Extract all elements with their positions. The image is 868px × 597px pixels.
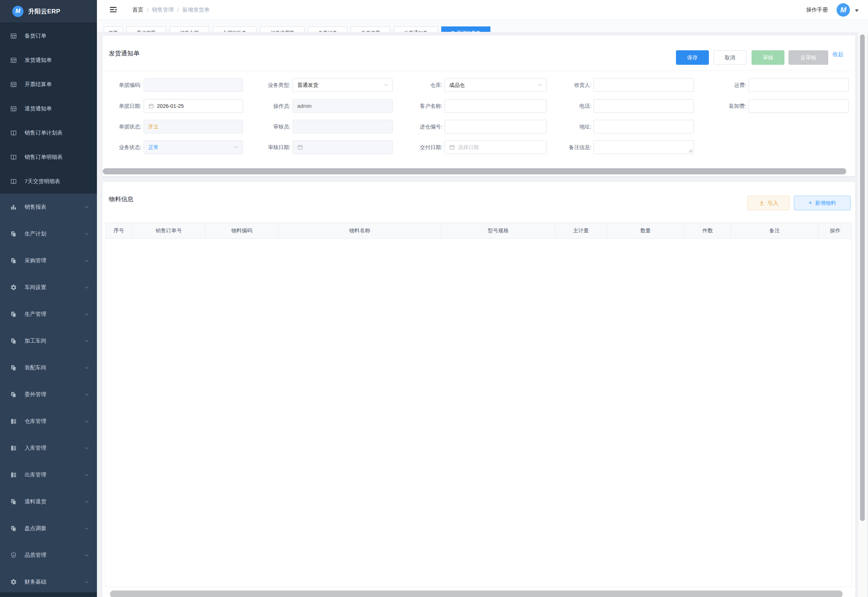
- business-status-select[interactable]: 正常: [144, 140, 243, 154]
- sidebar-item-xiaoshou-baobiao[interactable]: 销售报表: [0, 193, 97, 220]
- field-phone: 电话:: [556, 99, 694, 113]
- sidebar-item-chejian-shezhi[interactable]: 车间设置: [0, 274, 97, 301]
- chevron-down-icon: [84, 446, 89, 450]
- caret-down-icon[interactable]: [855, 9, 859, 14]
- warehouse-label: 仓库:: [406, 82, 442, 89]
- business-type-select[interactable]: 普通发货: [293, 78, 393, 92]
- operator-input[interactable]: admin: [293, 99, 393, 113]
- tab-customer-file[interactable]: 客户档案: [127, 27, 166, 32]
- field-customer-name: 客户名称:: [406, 99, 547, 113]
- sidebar-item-tuihuo-tongzhidan[interactable]: 退货通知单: [0, 97, 97, 121]
- chevron-down-icon: [84, 258, 89, 263]
- form-horizontal-scrollbar[interactable]: [103, 168, 846, 174]
- copy-doc-icon: [10, 230, 17, 238]
- table-horizontal-scrollbar[interactable]: [110, 591, 843, 597]
- import-button[interactable]: 引入: [748, 196, 789, 210]
- sidebar-submenu-group: 销售报表 生产计划 采购管理 车间设置 生产管理: [0, 193, 97, 595]
- breadcrumb: 首页 / 销售管理 / 新增发货单: [132, 6, 209, 13]
- tab-contract-approval[interactable]: 合同审批单: [213, 27, 256, 32]
- sidebar-item-pandian-diaobo[interactable]: 盘点调拨: [0, 515, 97, 542]
- consignee-input[interactable]: [594, 78, 694, 92]
- doc-status-input[interactable]: 开立: [144, 120, 243, 134]
- manual-link[interactable]: 操作手册: [806, 6, 828, 13]
- address-input[interactable]: [594, 120, 694, 134]
- handling-fee-input[interactable]: [748, 99, 849, 113]
- header-right: 操作手册 M: [806, 3, 859, 16]
- add-material-button[interactable]: + 新增物料: [794, 196, 851, 210]
- warehouse-select[interactable]: 成品仓: [444, 78, 547, 92]
- tab-delivery-notice[interactable]: 发货通知单: [394, 27, 438, 32]
- sidebar-item-fahuo-tongzhidan[interactable]: 发货通知单: [0, 48, 97, 72]
- auditor-input[interactable]: [293, 120, 393, 134]
- sidebar-item-beihuo-dingdan[interactable]: 备货订单: [0, 24, 97, 48]
- sidebar-item-shengchan-guanli[interactable]: 生产管理: [0, 301, 97, 327]
- calendar-icon: [449, 144, 455, 150]
- breadcrumb-home[interactable]: 首页: [132, 6, 143, 13]
- sidebar-item-shengchan-jihua[interactable]: 生产计划: [0, 220, 97, 247]
- sidebar-item-caigou-guanli[interactable]: 采购管理: [0, 247, 97, 274]
- menu-fold-icon[interactable]: [109, 6, 117, 13]
- sidebar-item-kaipiao-jiesuandan[interactable]: 开票结算单: [0, 72, 97, 97]
- collapse-link[interactable]: 收起: [832, 51, 843, 58]
- sidebar-item-xiaoshou-dingdan-mingxibiao[interactable]: 销售订单明细表: [0, 145, 97, 169]
- tab-sales-contract[interactable]: 销售合同: [170, 27, 209, 32]
- phone-input[interactable]: [594, 99, 694, 113]
- bar-chart-icon: [10, 204, 17, 211]
- sidebar-item-zhuangpei-chejian[interactable]: 装配车间: [0, 354, 97, 381]
- sidebar-item-ruku-guanli[interactable]: 入库管理: [0, 435, 97, 461]
- doc-status-value: 开立: [148, 123, 159, 130]
- sidebar-item-7tian-jiaohuo-mingxibiao[interactable]: 7天交货明细表: [0, 169, 97, 193]
- tab-new-delivery-notice[interactable]: 新增发货单: [441, 27, 490, 32]
- notebook-icon: [10, 471, 17, 478]
- form-card-title: 发货通知单: [109, 49, 139, 58]
- sidebar-item-weiwai-guanli[interactable]: 委外管理: [0, 381, 97, 408]
- sidebar-item-caiwu-jichu[interactable]: 财务基础: [0, 569, 97, 595]
- audit-date-picker[interactable]: [293, 140, 393, 154]
- field-doc-code: 单据编码:: [105, 78, 243, 92]
- audit-date-label: 审核日期:: [254, 144, 290, 151]
- customer-name-input[interactable]: [444, 99, 547, 113]
- col-pieces: 件数: [684, 223, 731, 238]
- address-label: 地址:: [556, 123, 591, 130]
- audit-button[interactable]: 审核: [751, 50, 785, 65]
- col-material-code: 物料编码: [206, 223, 278, 238]
- sidebar-item-pinzhi-guanli[interactable]: 品质管理: [0, 542, 97, 569]
- sidebar-item-xiaoshou-dingdan-jihuabiao[interactable]: 销售订单计划表: [0, 121, 97, 145]
- resize-grip-icon[interactable]: [689, 149, 693, 153]
- sidebar-item-label: 仓库管理: [25, 418, 84, 425]
- erp-app: M 升阳云ERP 备货订单 发货通知单 开票结算单 退货通知单 销售订: [0, 0, 868, 597]
- save-button[interactable]: 保存: [676, 50, 709, 65]
- tab-home[interactable]: 首页: [104, 27, 123, 32]
- sidebar-item-tuiliao-tuihuo[interactable]: 退料退货: [0, 488, 97, 515]
- sidebar-item-jiagong-chejian[interactable]: 加工车间: [0, 327, 97, 354]
- copy-doc-icon: [10, 391, 17, 398]
- freight-input[interactable]: [748, 78, 849, 92]
- unaudit-button[interactable]: 反审核: [788, 50, 828, 65]
- doc-code-input[interactable]: [144, 78, 243, 92]
- sidebar-item-label: 备货订单: [25, 33, 89, 39]
- field-business-status: 业务状态: 正常: [105, 140, 243, 154]
- customer-name-label: 客户名称:: [406, 103, 442, 110]
- breadcrumb-sales[interactable]: 销售管理: [152, 6, 173, 13]
- shield-check-icon: [10, 552, 17, 558]
- page-scrollbar-thumb[interactable]: [860, 34, 865, 521]
- app-logo[interactable]: M 升阳云ERP: [0, 0, 97, 22]
- sidebar-item-cangku-guanli[interactable]: 仓库管理: [0, 408, 97, 435]
- remark-textarea[interactable]: [594, 140, 694, 154]
- delivery-date-picker[interactable]: 选择日期: [444, 140, 547, 154]
- sidebar-item-chuku-guanli[interactable]: 出库管理: [0, 461, 97, 488]
- tab-production-progress[interactable]: 生产进度: [351, 27, 390, 32]
- tab-stock-order[interactable]: 备货订单: [308, 27, 347, 32]
- breadcrumb-separator: /: [147, 7, 148, 13]
- materials-card: 物料信息 引入 + 新增物料 序号 销售订单号 物料编码 物料名称 型号规格 主…: [102, 182, 855, 597]
- tab-order-progress[interactable]: 订单进度图: [260, 27, 305, 32]
- inbound-no-input[interactable]: [444, 120, 547, 134]
- divider: [102, 71, 855, 71]
- cancel-button[interactable]: 取消: [714, 50, 747, 65]
- chevron-down-icon: [84, 365, 89, 370]
- doc-date-picker[interactable]: 2026-01-25: [144, 99, 243, 113]
- sidebar-item-label: 发货通知单: [25, 57, 89, 64]
- field-handling-fee: 装卸费:: [707, 99, 849, 113]
- col-model-spec: 型号规格: [441, 223, 555, 238]
- avatar[interactable]: M: [837, 3, 850, 16]
